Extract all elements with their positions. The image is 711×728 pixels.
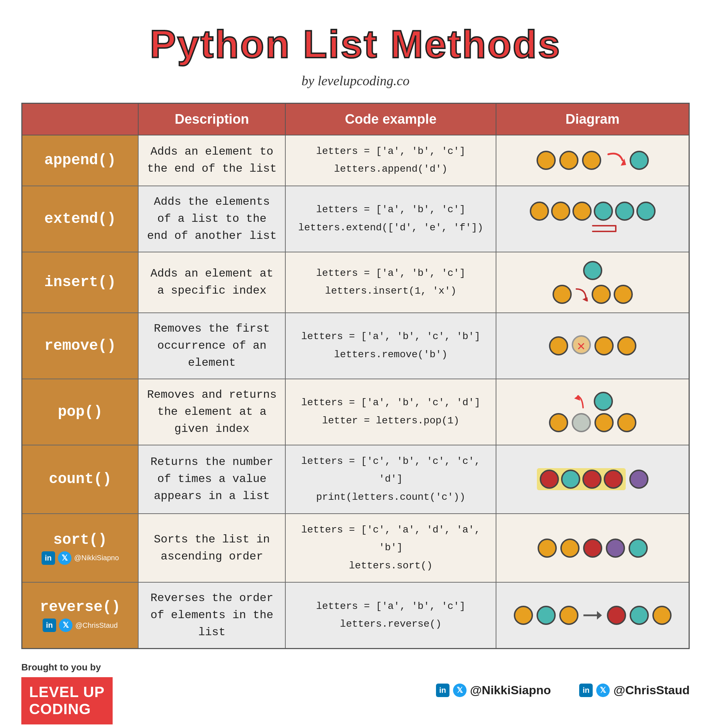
- table-row: append() Adds an element to the end of t…: [22, 135, 689, 186]
- footer-chris-handle: @ChrisStaud: [613, 683, 690, 697]
- sort-handle: @NikkiSiapno: [74, 554, 119, 562]
- diagram-append: [496, 135, 689, 186]
- desc-extend: Adds the elements of a list to the end o…: [138, 186, 285, 252]
- table-row: sort() in 𝕏 @NikkiSiapno Sorts the list …: [22, 514, 689, 582]
- footer-linkedin-icon: in: [436, 684, 450, 697]
- page-title: Python List Methods: [21, 21, 690, 66]
- method-remove: remove(): [22, 313, 139, 379]
- table-row: extend() Adds the elements of a list to …: [22, 186, 689, 252]
- arrow-icon: [605, 151, 626, 170]
- table-row: count() Returns the number of times a va…: [22, 445, 689, 514]
- brand-box: Brought to you by LEVEL UPCODING: [21, 662, 113, 724]
- svg-marker-4: [597, 611, 602, 620]
- code-remove: letters = ['a', 'b', 'c', 'b']letters.re…: [285, 313, 496, 379]
- desc-remove: Removes the first occurrence of an eleme…: [138, 313, 285, 379]
- method-sort: sort() in 𝕏 @NikkiSiapno: [22, 514, 139, 582]
- method-insert: insert(): [22, 252, 139, 313]
- twitter-icon2: 𝕏: [59, 619, 72, 632]
- linkedin-icon2: in: [43, 619, 56, 632]
- subtitle: by levelupcoding.co: [21, 73, 690, 89]
- desc-append: Adds an element to the end of the list: [138, 135, 285, 186]
- right-arrow-icon: [582, 608, 603, 622]
- code-count: letters = ['c', 'b', 'c', 'c', 'd']print…: [285, 445, 496, 514]
- code-append: letters = ['a', 'b', 'c']letters.append(…: [285, 135, 496, 186]
- diagram-sort: [496, 514, 689, 582]
- sort-social: in 𝕏 @NikkiSiapno: [27, 551, 134, 565]
- col-description: Description: [138, 103, 285, 136]
- diagram-extend: [496, 186, 689, 252]
- desc-insert: Adds an element at a specific index: [138, 252, 285, 313]
- footer-twitter-icon: 𝕏: [453, 684, 466, 697]
- table-row: insert() Adds an element at a specific i…: [22, 252, 689, 313]
- method-count: count(): [22, 445, 139, 514]
- footer-socials: in 𝕏 @NikkiSiapno in 𝕏 @ChrisStaud: [436, 683, 690, 697]
- linkedin-icon: in: [41, 551, 55, 565]
- code-reverse: letters = ['a', 'b', 'c']letters.reverse…: [285, 582, 496, 649]
- bracket-icon: [555, 223, 630, 234]
- methods-table: Description Code example Diagram append(…: [21, 103, 690, 649]
- footer-social-nikki: in 𝕏 @NikkiSiapno: [436, 683, 551, 697]
- table-row: remove() Removes the first occurrence of…: [22, 313, 689, 379]
- reverse-handle: @ChrisStaud: [75, 622, 118, 629]
- method-pop: pop(): [22, 379, 139, 445]
- reverse-social: in 𝕏 @ChrisStaud: [27, 619, 134, 632]
- footer-linkedin-icon2: in: [579, 684, 593, 697]
- code-pop: letters = ['a', 'b', 'c', 'd']letter = l…: [285, 379, 496, 445]
- footer: Brought to you by LEVEL UPCODING in 𝕏 @N…: [21, 662, 690, 724]
- diagram-reverse: [496, 582, 689, 649]
- desc-reverse: Reverses the order of elements in the li…: [138, 582, 285, 649]
- code-extend: letters = ['a', 'b', 'c']letters.extend(…: [285, 186, 496, 252]
- col-method: [22, 103, 139, 136]
- footer-twitter-icon2: 𝕏: [596, 684, 610, 697]
- footer-nikki-handle: @NikkiSiapno: [470, 683, 551, 697]
- arrow-down-right-icon: [575, 287, 589, 301]
- footer-social-chris: in 𝕏 @ChrisStaud: [579, 683, 690, 697]
- col-code: Code example: [285, 103, 496, 136]
- levelup-logo: LEVEL UPCODING: [21, 677, 113, 724]
- desc-pop: Removes and returns the element at a giv…: [138, 379, 285, 445]
- method-append: append(): [22, 135, 139, 186]
- code-sort: letters = ['c', 'a', 'd', 'a', 'b']lette…: [285, 514, 496, 582]
- desc-sort: Sorts the list in ascending order: [138, 514, 285, 582]
- brought-by-label: Brought to you by: [21, 662, 101, 673]
- table-row: reverse() in 𝕏 @ChrisStaud Reverses the …: [22, 582, 689, 649]
- desc-count: Returns the number of times a value appe…: [138, 445, 285, 514]
- diagram-remove: ✕: [496, 313, 689, 379]
- diagram-pop: [496, 379, 689, 445]
- col-diagram: Diagram: [496, 103, 689, 136]
- arrow-up-icon: [572, 394, 590, 408]
- method-reverse: reverse() in 𝕏 @ChrisStaud: [22, 582, 139, 649]
- method-extend: extend(): [22, 186, 139, 252]
- diagram-count: [496, 445, 689, 514]
- table-row: pop() Removes and returns the element at…: [22, 379, 689, 445]
- diagram-insert: [496, 252, 689, 313]
- code-insert: letters = ['a', 'b', 'c']letters.insert(…: [285, 252, 496, 313]
- twitter-icon: 𝕏: [58, 551, 71, 565]
